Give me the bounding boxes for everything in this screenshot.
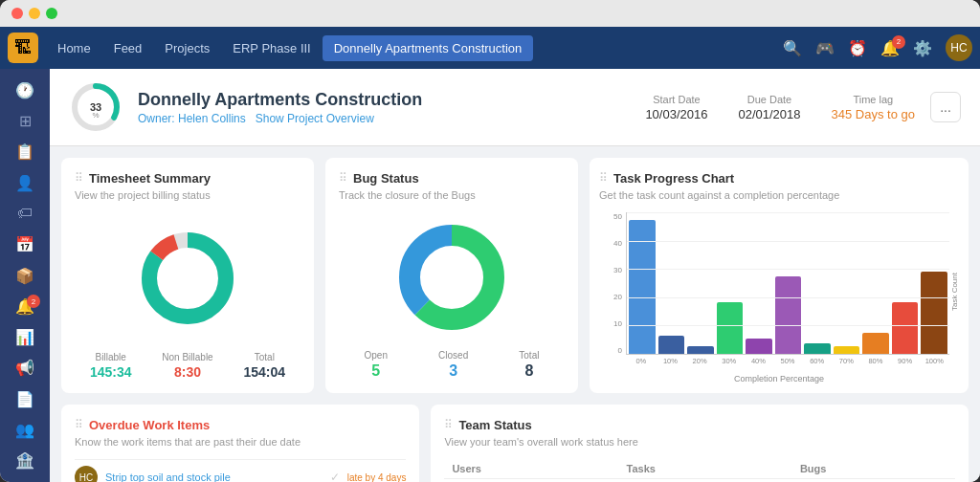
closed-value: 3: [438, 362, 468, 380]
sidebar-file[interactable]: 📄: [8, 385, 42, 412]
bell-badge: 2: [892, 35, 905, 49]
non-billable-stat: Non Billable 8:30: [162, 352, 212, 380]
nav-erp[interactable]: ERP Phase III: [221, 35, 322, 61]
dashboard-grid: ⠿ Timesheet Summary View the project bil…: [50, 146, 980, 405]
sidebar-tag[interactable]: 🏷: [8, 200, 42, 227]
bug-stats: Open 5 Closed 3 Total 8: [339, 350, 565, 380]
project-owner: Owner: Helen Collins Show Project Overvi…: [138, 112, 630, 125]
close-dot[interactable]: [11, 8, 23, 19]
overdue-grip-icon: ⠿: [75, 418, 83, 431]
project-meta: Start Date 10/03/2016 Due Date 02/01/201…: [645, 94, 915, 121]
sidebar-calendar[interactable]: 📅: [8, 231, 42, 258]
project-header: 33 % Donnelly Apartments Construction Ow…: [50, 69, 980, 146]
bug-title: Bug Status: [353, 171, 419, 186]
chart-title: Task Progress Chart: [613, 171, 734, 186]
nav-projects[interactable]: Projects: [153, 35, 221, 61]
bar-30%: [717, 212, 744, 354]
bar-50%: [775, 212, 802, 354]
col-users: Users: [444, 459, 618, 479]
task-chart-card: ⠿ Task Progress Chart Get the task count…: [590, 158, 969, 393]
team-header: ⠿ Team Status: [444, 418, 955, 432]
sidebar-grid[interactable]: ⊞: [8, 107, 42, 134]
sidebar-people[interactable]: 👥: [8, 416, 42, 443]
closed-stat: Closed 3: [438, 350, 468, 380]
bar-70%: [834, 212, 860, 354]
due-date-label: Due Date: [738, 94, 800, 105]
check-icon: ✓: [330, 471, 340, 482]
sidebar-box[interactable]: 📦: [8, 262, 42, 289]
overdue-item: HC Strip top soil and stock pile ✓ late …: [75, 459, 406, 482]
bug-total-stat: Total 8: [519, 350, 539, 380]
bug-subtitle: Track the closure of the Bugs: [339, 189, 565, 201]
search-icon[interactable]: 🔍: [783, 39, 802, 57]
bar-0%: [629, 212, 656, 354]
sidebar-bell[interactable]: 🔔 2: [8, 293, 42, 319]
col-bugs: Bugs: [792, 459, 955, 479]
nav-home[interactable]: Home: [46, 35, 102, 61]
bottom-row: ⠿ Overdue Work Items Know the work items…: [50, 405, 980, 482]
bar-90%: [892, 212, 919, 354]
overview-link[interactable]: Show Project Overview: [256, 112, 374, 125]
sidebar-chart[interactable]: 📊: [8, 324, 42, 351]
open-label: Open: [365, 350, 388, 361]
start-date-label: Start Date: [645, 94, 707, 105]
maximize-dot[interactable]: [46, 8, 57, 19]
clock-nav-icon[interactable]: ⏰: [848, 39, 867, 57]
nav-icons-group: 🔍 🎮 ⏰ 🔔 2 ⚙️ HC: [783, 34, 972, 61]
main-container: 🕐 ⊞ 📋 👤 🏷 📅 📦 🔔 2 📊 📢 📄 👥 🏦: [0, 69, 980, 482]
chart-subtitle: Get the task count against a completion …: [599, 189, 959, 201]
sidebar-clock[interactable]: 🕐: [8, 77, 42, 103]
sidebar-badge: 2: [27, 295, 40, 308]
start-date-value: 10/03/2016: [645, 107, 707, 121]
chart-header: ⠿ Task Progress Chart: [599, 171, 959, 186]
time-lag-label: Time lag: [832, 94, 915, 105]
team-title: Team Status: [458, 418, 531, 432]
sidebar-megaphone[interactable]: 📢: [8, 355, 42, 382]
progress-circle: 33 %: [69, 80, 122, 134]
chart-area: 50403020100: [599, 212, 959, 383]
owner-name: Helen Collins: [178, 112, 246, 125]
total-value: 154:04: [244, 364, 286, 380]
bug-card: ⠿ Bug Status Track the closure of the Bu…: [325, 158, 578, 393]
open-value: 5: [365, 362, 388, 380]
timesheet-card: ⠿ Timesheet Summary View the project bil…: [61, 158, 314, 393]
nav-current-project[interactable]: Donnelly Apartments Construction: [323, 35, 534, 61]
sidebar-user[interactable]: 👤: [8, 169, 42, 196]
non-billable-value: 8:30: [162, 364, 212, 380]
billable-label: Billable: [90, 352, 132, 362]
open-stat: Open 5: [365, 350, 388, 380]
user-avatar[interactable]: HC: [946, 34, 972, 61]
bug-total-label: Total: [519, 350, 539, 361]
total-stat: Total 154:04: [244, 352, 286, 380]
sidebar: 🕐 ⊞ 📋 👤 🏷 📅 📦 🔔 2 📊 📢 📄 👥 🏦: [0, 69, 50, 482]
content-area: 33 % Donnelly Apartments Construction Ow…: [50, 69, 980, 482]
app-window: 🏗 Home Feed Projects ERP Phase III Donne…: [0, 0, 980, 482]
titlebar: [0, 0, 980, 27]
bar-20%: [687, 212, 714, 354]
total-label: Total: [244, 352, 286, 362]
grip-icon: ⠿: [75, 171, 83, 185]
bug-total-value: 8: [519, 362, 539, 380]
time-lag-item: Time lag 345 Days to go: [832, 94, 915, 121]
overdue-item-text[interactable]: Strip top soil and stock pile: [105, 471, 323, 482]
bell-nav-icon[interactable]: 🔔 2: [880, 39, 900, 57]
project-info: Donnelly Apartments Construction Owner: …: [138, 90, 630, 125]
billable-value: 145:34: [90, 364, 132, 380]
more-button[interactable]: ...: [930, 92, 961, 122]
settings-icon[interactable]: ⚙️: [913, 39, 932, 57]
sidebar-clipboard[interactable]: 📋: [8, 139, 42, 165]
overdue-card: ⠿ Overdue Work Items Know the work items…: [61, 405, 419, 482]
nav-feed[interactable]: Feed: [102, 35, 154, 61]
sidebar-bank[interactable]: 🏦: [8, 448, 42, 474]
minimize-dot[interactable]: [29, 8, 40, 19]
bar-10%: [658, 212, 685, 354]
top-navigation: 🏗 Home Feed Projects ERP Phase III Donne…: [0, 27, 980, 69]
gamepad-icon[interactable]: 🎮: [815, 39, 835, 57]
closed-label: Closed: [438, 350, 468, 361]
bar-40%: [746, 212, 772, 354]
timesheet-header: ⠿ Timesheet Summary: [75, 171, 301, 186]
timesheet-title: Timesheet Summary: [89, 171, 211, 186]
bar-60%: [804, 212, 831, 354]
team-subtitle: View your team's overall work status her…: [444, 436, 955, 448]
overdue-header: ⠿ Overdue Work Items: [75, 418, 406, 432]
